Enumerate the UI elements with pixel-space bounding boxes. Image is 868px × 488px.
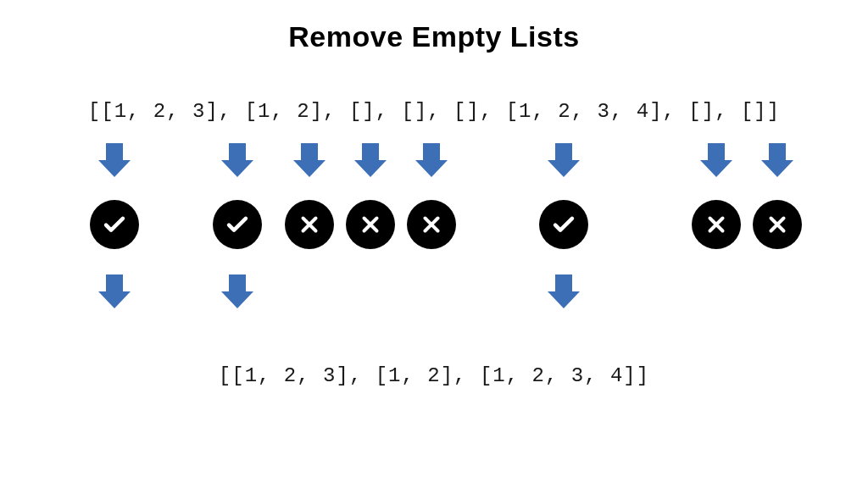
x-icon — [285, 200, 334, 249]
discard-badge — [687, 195, 746, 254]
check-icon — [213, 200, 262, 249]
diagram-stage: Remove Empty Lists [[1, 2, 3], [1, 2], [… — [0, 0, 868, 488]
arrow-down-icon — [199, 271, 275, 313]
discard-badge — [280, 195, 339, 254]
arrow-down-icon — [199, 140, 275, 182]
arrow-down-icon — [687, 140, 746, 182]
discard-badge — [748, 195, 807, 254]
keep-badge — [199, 195, 275, 254]
discard-badge — [341, 195, 400, 254]
arrow-down-icon — [341, 140, 400, 182]
arrow-row-output — [0, 271, 868, 322]
x-icon — [407, 200, 456, 249]
discard-badge — [402, 195, 461, 254]
arrow-down-icon — [748, 140, 807, 182]
arrow-down-icon — [64, 140, 165, 182]
arrow-down-icon — [500, 140, 627, 182]
x-icon — [753, 200, 802, 249]
arrow-down-icon — [64, 271, 165, 313]
keep-badge — [64, 195, 165, 254]
badge-row — [0, 195, 868, 246]
keep-badge — [500, 195, 627, 254]
arrow-down-icon — [280, 140, 339, 182]
x-icon — [692, 200, 741, 249]
arrow-row-input — [0, 140, 868, 191]
arrow-down-icon — [500, 271, 627, 313]
x-icon — [346, 200, 395, 249]
output-list-code: [[1, 2, 3], [1, 2], [1, 2, 3, 4]] — [0, 364, 868, 387]
check-icon — [90, 200, 139, 249]
input-list-code: [[1, 2, 3], [1, 2], [], [], [], [1, 2, 3… — [0, 100, 868, 123]
check-icon — [539, 200, 588, 249]
page-title: Remove Empty Lists — [0, 20, 868, 53]
arrow-down-icon — [402, 140, 461, 182]
